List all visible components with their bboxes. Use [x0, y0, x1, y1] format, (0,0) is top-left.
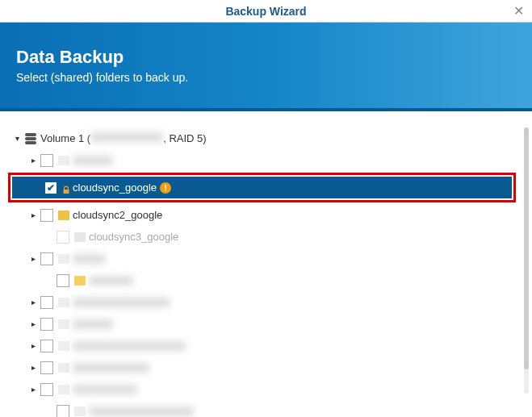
- folder-checkbox[interactable]: [40, 340, 53, 352]
- redacted-label: xxx: [73, 254, 105, 264]
- redacted-label: xxxxxxxxx: [89, 407, 194, 416]
- expand-arrow-icon[interactable]: ▸: [27, 384, 39, 395]
- redacted-label: xxxxxxx: [73, 363, 149, 373]
- folder-icon: [58, 341, 69, 351]
- tree-folder-item[interactable]: ▸ cloudsync3_google: [8, 226, 524, 248]
- tree-folder-item[interactable]: ▸ cloudsync2_google: [8, 204, 524, 226]
- expand-arrow-icon[interactable]: ▸: [27, 210, 39, 221]
- folder-label: cloudsync3_google: [89, 231, 178, 243]
- tree-folder-item-selected[interactable]: ▸ cloudsync_google !: [12, 177, 512, 198]
- expand-arrow-icon[interactable]: ▾: [11, 133, 23, 144]
- folder-icon: [58, 211, 69, 220]
- redacted-label: xxxx: [73, 319, 113, 329]
- banner-subtext: Select (shared) folders to back up.: [16, 71, 516, 84]
- expand-arrow-icon[interactable]: ▸: [27, 253, 39, 265]
- volume-node[interactable]: ▾ Volume 1 (xxxxxx, RAID 5): [8, 127, 524, 149]
- folder-checkbox[interactable]: [40, 296, 53, 309]
- close-button[interactable]: ✕: [511, 3, 526, 18]
- folder-icon: [58, 254, 69, 264]
- folder-checkbox[interactable]: [57, 274, 69, 287]
- lock-icon: [62, 184, 70, 192]
- tree-folder-item[interactable]: ▸ xxx: [8, 248, 524, 269]
- folder-checkbox[interactable]: [40, 252, 53, 265]
- redacted-label: xxxxxx: [73, 385, 137, 394]
- expand-arrow-icon[interactable]: ▸: [27, 340, 39, 352]
- titlebar: Backup Wizard ✕: [0, 0, 532, 23]
- redacted-label: xxxx: [73, 156, 113, 165]
- redacted-label: xxxx: [89, 276, 133, 286]
- scrollbar[interactable]: [524, 127, 529, 394]
- scrollbar-thumb[interactable]: [524, 127, 529, 369]
- folder-icon: [74, 276, 86, 286]
- banner-heading: Data Backup: [16, 47, 516, 68]
- folder-checkbox[interactable]: [57, 405, 69, 418]
- volume-label-suffix: , RAID 5): [163, 132, 206, 144]
- redacted-label: xxxxxxxxx: [73, 298, 170, 307]
- volume-label: Volume 1 (xxxxxx, RAID 5): [40, 132, 207, 144]
- expand-arrow-icon[interactable]: ▸: [27, 319, 39, 330]
- disk-icon: [24, 133, 37, 144]
- folder-checkbox[interactable]: [57, 231, 69, 244]
- tree-folder-item[interactable]: ▸ xxxxxxxxx: [8, 400, 524, 417]
- folder-label: cloudsync2_google: [73, 209, 162, 221]
- tree-folder-item[interactable]: ▸ xxxxxxxxxx: [8, 335, 524, 357]
- folder-checkbox[interactable]: [40, 383, 53, 396]
- redacted-label: xxxxxxxxxx: [73, 341, 186, 351]
- folder-icon: [58, 363, 69, 373]
- redacted-text: xxxxxx: [90, 132, 163, 142]
- tree-folder-item[interactable]: ▸ xxxxxxxxx: [8, 291, 524, 313]
- folder-tree: ▾ Volume 1 (xxxxxx, RAID 5) ▸ xxxx ▸ clo…: [0, 111, 532, 417]
- highlighted-selection: ▸ cloudsync_google !: [8, 173, 524, 202]
- folder-icon: [74, 407, 86, 416]
- window-title: Backup Wizard: [225, 5, 306, 18]
- folder-checkbox[interactable]: [40, 209, 53, 222]
- folder-icon: [58, 319, 69, 329]
- highlight-box: ▸ cloudsync_google !: [8, 173, 516, 202]
- folder-icon: [58, 385, 69, 394]
- folder-icon: [74, 232, 86, 242]
- tree-folder-item[interactable]: ▸ xxxxxxx: [8, 357, 524, 378]
- folder-checkbox[interactable]: [40, 318, 53, 331]
- folder-icon: [58, 298, 69, 307]
- folder-label: cloudsync_google: [73, 181, 157, 194]
- folder-checkbox[interactable]: [44, 181, 57, 194]
- tree-folder-item[interactable]: ▸ xxxx: [8, 269, 524, 291]
- expand-arrow-icon[interactable]: ▸: [27, 362, 39, 373]
- folder-checkbox[interactable]: [40, 154, 53, 167]
- banner: Data Backup Select (shared) folders to b…: [0, 23, 532, 111]
- tree-folder-item[interactable]: ▸ xxxx: [8, 149, 524, 171]
- tree-folder-item[interactable]: ▸ xxxx: [8, 313, 524, 335]
- expand-arrow-icon[interactable]: ▸: [27, 155, 39, 166]
- expand-arrow-icon[interactable]: ▸: [27, 297, 39, 308]
- volume-label-prefix: Volume 1 (: [40, 132, 90, 144]
- warning-icon: !: [160, 182, 171, 194]
- folder-checkbox[interactable]: [40, 361, 53, 374]
- tree-folder-item[interactable]: ▸ xxxxxx: [8, 378, 524, 400]
- folder-icon: [58, 156, 69, 165]
